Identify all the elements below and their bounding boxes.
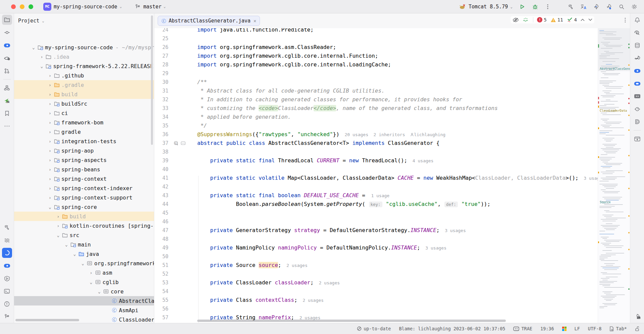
- line-ending-widget[interactable]: LF: [575, 326, 580, 331]
- tree-row-spring-framework-5-2-22-release[interactable]: ⌄spring-framework-5.2.22.RELEASE: [14, 61, 154, 71]
- tree-row-framework-bom[interactable]: ›framework-bom: [14, 118, 154, 127]
- tree-row-build[interactable]: ›build: [14, 212, 154, 221]
- usages-inlay[interactable]: 2 usages: [298, 298, 324, 303]
- structure-icon[interactable]: [2, 83, 12, 93]
- chevron-collapsed-icon[interactable]: ›: [47, 176, 53, 181]
- code-line-52[interactable]: 52: [154, 270, 630, 278]
- tree-row-org-springframework[interactable]: ⌄org.springframework: [14, 259, 154, 268]
- code-line-32[interactable]: 32 * In addition to caching generated cl…: [154, 95, 630, 104]
- code-line-55[interactable]: 55 private Class contextClass; 2 usages: [154, 296, 630, 304]
- chevron-expanded-icon[interactable]: ⌄: [31, 45, 36, 50]
- chevron-collapsed-icon[interactable]: ›: [47, 148, 53, 153]
- error-stripe-mark[interactable]: [628, 64, 630, 66]
- line-number[interactable]: 49: [154, 243, 168, 252]
- chevron-expanded-icon[interactable]: ⌄: [47, 205, 53, 210]
- chevron-collapsed-icon[interactable]: ›: [56, 214, 61, 219]
- code-line-44[interactable]: 44 Boolean.parseBoolean(System.getProper…: [154, 200, 630, 209]
- editor-minimap[interactable]: AbstractClassGeneClassLoaderDataSource: [598, 28, 630, 323]
- tree-row-build[interactable]: ›build: [14, 90, 154, 99]
- run-terminal-icon[interactable]: [632, 312, 642, 322]
- error-stripe-mark[interactable]: [628, 288, 630, 290]
- code-line-24[interactable]: 24import java.util.function.Predicate;: [154, 28, 630, 34]
- usages-inlay[interactable]: 4 usages: [407, 158, 433, 163]
- code-line-42[interactable]: 42: [154, 182, 630, 191]
- reader-mode-off-icon[interactable]: [513, 17, 519, 22]
- tree-row-gradle[interactable]: ›gradle: [14, 127, 154, 136]
- chevron-collapsed-icon[interactable]: ›: [47, 92, 53, 97]
- project-icon[interactable]: [2, 15, 12, 25]
- error-stripe-mark[interactable]: [628, 155, 630, 156]
- plugin-colored-squares-icon[interactable]: [562, 327, 567, 331]
- parameter-hint[interactable]: key:: [369, 202, 382, 207]
- code-line-43[interactable]: 43 private static final boolean DEFAULT_…: [154, 191, 630, 200]
- tree-row-cglib[interactable]: ⌄cglib: [14, 277, 154, 287]
- tree-row-spring-context[interactable]: ›spring-context: [14, 174, 154, 183]
- trae-chip-icon[interactable]: [632, 91, 642, 101]
- tree-vertical-scrollbar[interactable]: [151, 15, 153, 145]
- line-number[interactable]: 39: [154, 156, 168, 165]
- indent-widget[interactable]: Tab*: [609, 326, 627, 331]
- branch-selector[interactable]: master ⌄: [134, 3, 166, 10]
- run-profiler-rocket-icon[interactable]: [592, 3, 600, 10]
- editor-tab-abstractclassgenerator[interactable]: C AbstractClassGenerator.java ✕: [158, 16, 260, 26]
- error-stripe-mark[interactable]: [628, 85, 630, 86]
- next-issue-icon[interactable]: [588, 18, 592, 21]
- code-line-48[interactable]: 48: [154, 235, 630, 243]
- code-line-53[interactable]: 53 private ClassLoader classLoader; 2 us…: [154, 278, 630, 287]
- line-number[interactable]: 32: [154, 95, 168, 104]
- line-number[interactable]: 38: [154, 148, 168, 156]
- chevron-collapsed-icon[interactable]: ›: [47, 82, 53, 88]
- build-tool-icon[interactable]: [2, 222, 12, 232]
- code-line-28[interactable]: 28import org.springframework.cglib.core.…: [154, 60, 630, 69]
- tree-row--idea[interactable]: ›.idea: [14, 52, 154, 61]
- tree-row--github[interactable]: ›.github: [14, 71, 154, 80]
- translate-icon[interactable]: A: [580, 3, 587, 10]
- line-number[interactable]: 53: [154, 278, 168, 287]
- chevron-collapsed-icon[interactable]: ›: [47, 167, 53, 172]
- code-line-50[interactable]: 50: [154, 252, 630, 261]
- ai-c-pill-icon[interactable]: [2, 40, 12, 50]
- code-line-46[interactable]: 46: [154, 217, 630, 226]
- documentation-icon[interactable]: [632, 134, 642, 144]
- ai-c-pill-icon[interactable]: [632, 66, 642, 76]
- tree-row-core[interactable]: ⌄core: [14, 287, 154, 296]
- line-number[interactable]: 33: [154, 104, 168, 113]
- line-number[interactable]: 44: [154, 200, 168, 209]
- chevron-expanded-icon[interactable]: ⌄: [72, 252, 77, 257]
- code-editor[interactable]: 24import java.util.function.Predicate;25…: [154, 28, 630, 323]
- line-number[interactable]: 25: [154, 34, 168, 43]
- code-line-33[interactable]: 33 * customizing the <code>ClassLoader</…: [154, 104, 630, 113]
- chevron-collapsed-icon[interactable]: ›: [47, 158, 53, 163]
- parameter-hint[interactable]: def:: [444, 202, 458, 207]
- line-number[interactable]: 27: [154, 52, 168, 60]
- tree-row-src[interactable]: ⌄src: [14, 230, 154, 240]
- plugin-fish-icon[interactable]: ?: [2, 53, 12, 63]
- line-number[interactable]: 54: [154, 287, 168, 296]
- code-line-31[interactable]: 31 * Abstract class for all code-generat…: [154, 87, 630, 95]
- chevron-collapsed-icon[interactable]: ›: [47, 139, 53, 144]
- chevron-expanded-icon[interactable]: ⌄: [97, 289, 102, 294]
- ai-c-pill-icon[interactable]: [2, 261, 12, 271]
- line-number[interactable]: 45: [154, 209, 168, 217]
- chevron-collapsed-icon[interactable]: ›: [47, 101, 53, 106]
- line-number[interactable]: 35: [154, 121, 168, 130]
- file-lock-widget[interactable]: [635, 326, 639, 331]
- line-number[interactable]: 28: [154, 60, 168, 69]
- commit-icon[interactable]: [2, 27, 12, 38]
- usages-inlay[interactable]: 3 usages: [439, 228, 466, 233]
- code-line-36[interactable]: 36@SuppressWarnings({"rawtypes", "unchec…: [154, 130, 630, 139]
- ai-c-pill2-icon[interactable]: [632, 78, 642, 89]
- code-line-38[interactable]: 38: [154, 148, 630, 156]
- code-line-34[interactable]: 34 * applied before generation.: [154, 113, 630, 121]
- chevron-collapsed-icon[interactable]: ›: [47, 73, 53, 78]
- run-anything-icon[interactable]: [2, 273, 12, 283]
- chevron-expanded-icon[interactable]: ⌄: [39, 64, 45, 69]
- tree-row-integration-tests[interactable]: ›integration-tests: [14, 136, 154, 146]
- pull-requests-icon[interactable]: [2, 66, 12, 76]
- line-number[interactable]: 52: [154, 270, 168, 278]
- close-tab-icon[interactable]: ✕: [254, 18, 256, 23]
- line-number[interactable]: 29: [154, 69, 168, 78]
- problems-icon[interactable]: [2, 299, 12, 309]
- tree-row-spring-aop[interactable]: ›spring-aop: [14, 146, 154, 155]
- run-configuration-selector[interactable]: Tomcat 8.5.79 ⌄: [459, 3, 513, 10]
